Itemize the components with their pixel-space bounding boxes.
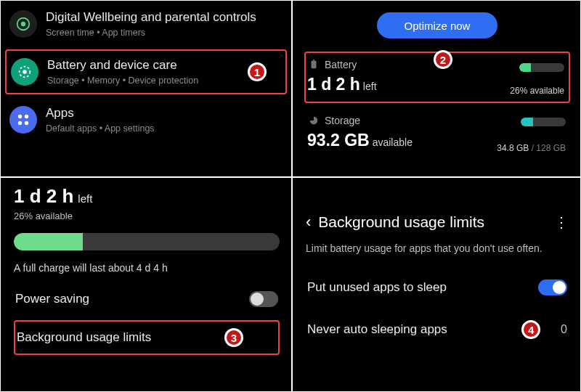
storage-total: / 128 GB (529, 143, 566, 153)
battery-time-suffix: left (363, 81, 377, 92)
never-sleep-label: Never auto sleeping apps (307, 322, 447, 337)
device-care-icon (11, 58, 38, 86)
storage-available-suffix: available (373, 136, 413, 148)
settings-sub: Default apps • App settings (46, 123, 281, 134)
wellbeing-icon (9, 10, 37, 38)
settings-title: Apps (46, 106, 281, 121)
battery-available: 26% available (510, 86, 564, 96)
battery-card[interactable]: Battery 1 d 2 h left 26% available 2 (304, 52, 570, 103)
panel-battery-detail: 1 d 2 h left 26% available A full charge… (0, 177, 292, 392)
storage-used-total: 34.8 GB / 128 GB (497, 143, 566, 153)
svg-rect-9 (313, 60, 315, 61)
never-sleep-count: 0 (561, 323, 567, 336)
battery-available-text: 26% available (14, 211, 280, 221)
panel-settings-list: Digital Wellbeing and parental controls … (0, 0, 292, 177)
svg-point-6 (18, 121, 22, 125)
bg-limits-label: Background usage limits (17, 330, 151, 345)
storage-mini-bar (521, 118, 566, 126)
storage-label: Storage (325, 115, 360, 126)
panel-device-care-summary: Optimize now Battery 1 d 2 h left 26% av… (292, 0, 581, 177)
battery-progress-bar (14, 233, 280, 250)
page-title: Background usage limits (318, 213, 554, 231)
settings-row-battery-device-care[interactable]: Battery and device care Storage • Memory… (5, 49, 287, 94)
settings-title: Digital Wellbeing and parental controls (46, 10, 281, 25)
battery-label: Battery (325, 59, 357, 70)
step-badge-4: 4 (521, 320, 540, 339)
panel-bg-usage-limits: ‹ Background usage limits ⋮ Limit batter… (292, 177, 581, 392)
battery-mini-bar (519, 63, 564, 72)
apps-icon (9, 106, 37, 134)
power-saving-toggle[interactable] (249, 291, 278, 307)
svg-point-5 (25, 115, 28, 118)
put-sleep-label: Put unused apps to sleep (307, 280, 447, 295)
storage-card[interactable]: Storage 93.2 GB available 34.8 GB / 128 … (304, 107, 570, 159)
background-usage-limits-row[interactable]: Background usage limits 3 (14, 320, 280, 355)
battery-headline-suffix: left (78, 192, 92, 205)
storage-used: 34.8 GB (497, 143, 529, 153)
more-icon[interactable]: ⋮ (554, 213, 569, 231)
battery-headline-time: 1 d 2 h (14, 185, 73, 208)
settings-title: Battery and device care (47, 58, 280, 73)
step-badge-1: 1 (248, 62, 267, 81)
never-auto-sleeping-apps-row[interactable]: Never auto sleeping apps 4 0 (306, 310, 569, 349)
settings-row-apps[interactable]: Apps Default apps • App settings (5, 99, 287, 141)
svg-point-7 (25, 121, 28, 125)
back-icon[interactable]: ‹ (306, 213, 311, 232)
svg-point-4 (18, 115, 22, 118)
svg-point-3 (23, 70, 27, 74)
settings-sub: Storage • Memory • Device protection (47, 75, 280, 86)
storage-icon (307, 115, 320, 126)
put-unused-apps-to-sleep-row[interactable]: Put unused apps to sleep (306, 269, 569, 306)
battery-time-left: 1 d 2 h (307, 75, 360, 94)
page-description: Limit battery usage for apps that you do… (306, 242, 569, 255)
storage-available-value: 93.2 GB (307, 131, 370, 150)
power-saving-row[interactable]: Power saving (14, 281, 280, 317)
settings-sub: Screen time • App timers (46, 28, 281, 38)
full-charge-note: A full charge will last about 4 d 4 h (14, 262, 280, 274)
svg-point-1 (21, 22, 25, 26)
step-badge-3: 3 (224, 328, 243, 347)
optimize-now-button[interactable]: Optimize now (377, 12, 497, 38)
settings-row-wellbeing[interactable]: Digital Wellbeing and parental controls … (5, 3, 287, 45)
svg-rect-8 (312, 61, 317, 69)
step-badge-2: 2 (434, 50, 452, 69)
power-saving-label: Power saving (15, 292, 89, 306)
battery-icon (307, 60, 320, 70)
put-sleep-toggle[interactable] (538, 279, 567, 295)
